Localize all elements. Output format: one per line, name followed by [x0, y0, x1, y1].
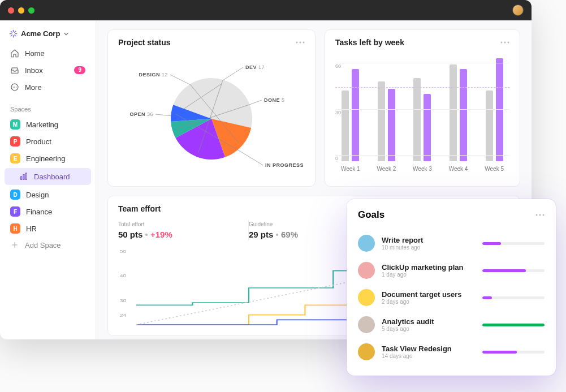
space-item-finance[interactable]: FFinance	[5, 203, 91, 220]
nav-home[interactable]: Home	[5, 45, 91, 62]
bar-x-label: Week 3	[409, 166, 435, 172]
goal-row[interactable]: Task View Redesign 14 days ago	[358, 338, 545, 365]
goal-row[interactable]: Write report 10 minutes ago	[358, 230, 545, 257]
goal-row[interactable]: Document target users 2 days ago	[358, 284, 545, 311]
pie-label: IN PROGRESS 5	[265, 162, 305, 168]
svg-text:50: 50	[120, 248, 127, 253]
card-more-icon[interactable]	[500, 41, 509, 44]
bar	[413, 78, 421, 161]
goal-progress	[482, 242, 545, 245]
space-label: Product	[26, 137, 51, 146]
bar-group	[409, 54, 435, 161]
space-item-product[interactable]: PProduct	[5, 133, 91, 150]
dashboard-label: Dashboard	[34, 173, 70, 181]
goal-name: Analytics audit	[382, 317, 476, 326]
space-chip: D	[10, 189, 20, 200]
goal-time: 5 days ago	[382, 326, 476, 332]
metric-label: Total effort	[118, 221, 238, 227]
goal-progress	[482, 296, 545, 299]
nav-more-label: More	[25, 83, 42, 92]
space-chip: M	[10, 119, 20, 130]
user-avatar[interactable]	[512, 5, 524, 16]
space-label: Design	[26, 191, 49, 199]
goal-time: 1 day ago	[382, 272, 476, 278]
more-icon	[10, 83, 19, 92]
svg-point-18	[300, 42, 301, 44]
goal-time: 14 days ago	[382, 353, 476, 359]
bar-x-label: Week 1	[338, 166, 364, 172]
svg-line-7	[15, 31, 16, 32]
tasks-left-card: Tasks left by week 03060 Week 1Week 2Wee…	[325, 29, 520, 187]
home-icon	[10, 49, 19, 58]
nav-inbox-label: Inbox	[25, 66, 43, 75]
goal-name: Task View Redesign	[382, 344, 476, 353]
goal-time: 10 minutes ago	[382, 244, 476, 251]
bar-x-label: Week 4	[446, 166, 472, 172]
space-item-engineering[interactable]: EEngineering	[5, 150, 91, 167]
goal-name: ClickUp marketing plan	[382, 263, 476, 272]
svg-point-10	[14, 87, 15, 87]
svg-point-21	[504, 42, 506, 44]
y-gridline: 60	[335, 63, 509, 69]
svg-point-32	[543, 214, 545, 216]
goal-progress	[482, 351, 545, 354]
bar	[342, 91, 349, 161]
space-item-design[interactable]: DDesign	[5, 186, 91, 203]
goal-row[interactable]: ClickUp marketing plan 1 day ago	[358, 257, 545, 284]
add-space-button[interactable]: Add Space	[5, 237, 91, 253]
svg-rect-13	[23, 175, 24, 180]
card-more-icon[interactable]	[296, 41, 305, 44]
space-label: HR	[26, 225, 37, 233]
goals-title: Goals	[358, 209, 384, 221]
svg-line-5	[15, 35, 16, 36]
space-item-hr[interactable]: HHR	[5, 220, 91, 237]
nav-inbox[interactable]: Inbox 9	[5, 62, 91, 79]
bar	[424, 94, 431, 161]
nav-more[interactable]: More	[5, 79, 91, 96]
reference-line	[335, 87, 509, 88]
titlebar	[0, 0, 532, 20]
svg-text:24: 24	[120, 312, 127, 317]
goal-time: 2 days ago	[382, 299, 476, 305]
tasks-left-bars: 03060	[335, 54, 509, 161]
bar-group	[481, 54, 507, 161]
bar	[388, 89, 395, 161]
svg-point-30	[536, 214, 538, 216]
space-chip: F	[10, 206, 20, 217]
workspace-name: Acme Corp	[21, 29, 60, 38]
close-icon[interactable]	[8, 7, 14, 14]
project-status-title: Project status	[118, 38, 171, 47]
goal-avatar	[358, 235, 375, 252]
inbox-count-badge: 9	[74, 66, 85, 74]
space-chip: P	[10, 136, 20, 147]
svg-line-6	[11, 35, 12, 36]
svg-point-31	[539, 214, 541, 216]
pie-label: DESIGN 12	[139, 72, 168, 77]
pie-label: DEV 17	[245, 64, 265, 70]
goal-avatar	[358, 343, 375, 360]
space-chip: H	[10, 223, 20, 234]
svg-point-19	[303, 42, 305, 44]
bar-group	[446, 54, 472, 161]
svg-point-17	[296, 42, 298, 44]
goal-avatar	[358, 316, 375, 333]
y-gridline: 30	[335, 109, 509, 115]
card-more-icon[interactable]	[535, 214, 545, 216]
workspace-switcher[interactable]: Acme Corp	[5, 27, 91, 45]
goal-name: Write report	[382, 236, 476, 244]
maximize-icon[interactable]	[28, 7, 34, 14]
team-effort-title: Team effort	[118, 204, 161, 213]
space-item-marketing[interactable]: MMarketing	[5, 116, 91, 133]
goal-row[interactable]: Analytics audit 5 days ago	[358, 311, 545, 338]
bar-x-label: Week 5	[481, 166, 507, 172]
inbox-icon	[10, 66, 19, 75]
goal-avatar	[358, 262, 375, 279]
svg-text:40: 40	[120, 273, 127, 278]
y-gridline: 0	[335, 155, 509, 161]
goal-name: Document target users	[382, 290, 476, 299]
svg-point-20	[501, 42, 503, 44]
svg-point-11	[16, 87, 16, 87]
minimize-icon[interactable]	[18, 7, 24, 14]
dashboard-link[interactable]: Dashboard	[5, 168, 91, 185]
svg-text:30: 30	[120, 298, 127, 303]
